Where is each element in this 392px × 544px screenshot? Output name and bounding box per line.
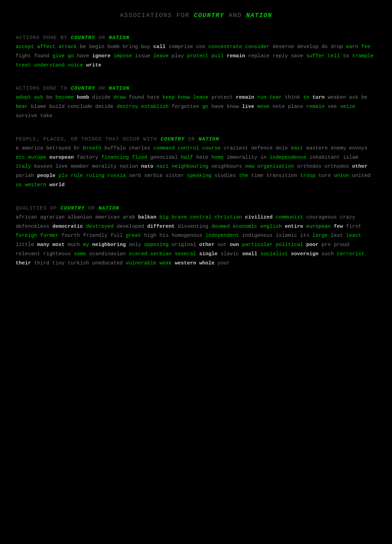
word-item: remain (236, 94, 254, 100)
word-item: brave (172, 214, 187, 220)
word-item: western (175, 260, 196, 266)
word-item: american (95, 214, 120, 220)
section-actions-by: ACTIONS DONE BY COUNTRY OR NATIONaccept … (16, 35, 376, 70)
section-header-people-places-things: PEOPLE, PLACES, OR THINGS THAT OCCUR WIT… (16, 136, 376, 142)
word-item: scandinavian (89, 251, 126, 257)
header-nation: NATION (109, 35, 130, 41)
word-item: his (159, 232, 168, 238)
word-item: nato (141, 163, 153, 169)
word-item: former (40, 232, 59, 238)
word-item: defence (251, 145, 273, 151)
word-item: give (52, 53, 64, 59)
word-item: indigenous (242, 232, 273, 238)
word-item: a (16, 145, 19, 151)
word-item: other (199, 242, 214, 248)
word-item: large (312, 232, 328, 238)
word-item: socialist (260, 251, 288, 257)
word-item: have (212, 104, 224, 109)
word-item: conclude (68, 104, 92, 109)
word-item: course (202, 145, 221, 151)
word-item: turn (312, 94, 325, 100)
word-item: independence (270, 154, 306, 160)
word-item: albanian (68, 214, 92, 220)
word-item: to (303, 94, 309, 100)
header-country: COUNTRY (71, 35, 95, 41)
word-item: foreign (16, 232, 37, 238)
word-item: european (306, 224, 331, 229)
word-item: own (230, 242, 239, 248)
word-item: buffalo (104, 145, 126, 151)
word-item: do (322, 44, 328, 50)
word-item: nazi (156, 163, 168, 169)
word-item: relevant (16, 251, 40, 257)
word-item: command (153, 145, 175, 151)
word-item: build (49, 104, 65, 109)
header-nation: NATION (199, 136, 219, 142)
word-item: accept (16, 44, 34, 50)
word-item: neighboring (92, 242, 126, 248)
word-item: remain (306, 104, 325, 109)
word-item: craziest (224, 145, 248, 151)
word-item: civilized (245, 214, 272, 220)
word-item: proud (334, 242, 349, 248)
word-item: crazy (340, 214, 355, 220)
word-item: bomb (77, 94, 89, 100)
word-item: remain (227, 53, 245, 59)
word-item: defenceless (16, 224, 49, 229)
word-item: forgotten (172, 104, 199, 109)
word-item: righteous (43, 251, 70, 257)
word-item: much (68, 242, 80, 248)
word-item: particular (242, 242, 273, 248)
header-nation: NATION (109, 85, 130, 91)
header-or: OR (85, 205, 98, 211)
word-item: kosovo (34, 163, 52, 169)
word-item: several (175, 251, 196, 257)
word-item: half (181, 154, 193, 160)
word-item: uneducated (92, 260, 123, 266)
word-item: entire (285, 224, 303, 229)
word-item: go (68, 53, 74, 59)
word-item: sister (166, 173, 184, 178)
word-item: europe (28, 154, 46, 160)
word-item: write (86, 62, 101, 68)
word-item: decide (95, 104, 114, 109)
word-item: our (218, 242, 227, 248)
word-item: hate (196, 154, 208, 160)
word-item: think (285, 94, 300, 100)
word-item: deserve (273, 44, 294, 50)
word-item: envoys (349, 145, 368, 151)
header-nation: NATION (98, 205, 119, 211)
word-item: italy (16, 163, 31, 169)
word-item: run (257, 94, 266, 100)
word-item: turkish (68, 260, 89, 266)
word-item: destroyed (86, 224, 114, 229)
word-item: economic (233, 224, 257, 229)
word-item: poor (306, 242, 318, 248)
section-header-qualities: QUALITIES OF COUNTRY OR NATION (16, 205, 376, 211)
word-item: play (172, 53, 184, 59)
page-title: ASSOCIATIONS FOR COUNTRY AND NATION (16, 12, 376, 19)
word-item: balkan (138, 214, 156, 220)
word-item: earn (346, 44, 358, 50)
word-item: scared (129, 251, 147, 257)
word-item: factory (77, 154, 98, 160)
word-item: role (71, 173, 83, 178)
word-item: bomb (107, 44, 120, 50)
word-item: attack (58, 44, 77, 50)
word-item: tear (270, 94, 282, 100)
title-and: AND (229, 12, 246, 19)
title-prefix: ASSOCIATIONS FOR (120, 12, 194, 19)
word-item: organisation (257, 163, 294, 169)
word-item: br (74, 145, 80, 151)
word-item: opposing (144, 242, 168, 248)
word-item: many (37, 242, 49, 248)
word-item: few (334, 224, 343, 229)
word-item: charles (129, 145, 150, 151)
word-item: impose (114, 53, 132, 59)
word-item: single (199, 251, 218, 257)
word-item: islam (343, 154, 358, 160)
word-item: transition (266, 173, 297, 178)
word-item: different (147, 224, 175, 229)
word-item: concentrate (208, 44, 242, 50)
word-item: hate (147, 94, 159, 100)
